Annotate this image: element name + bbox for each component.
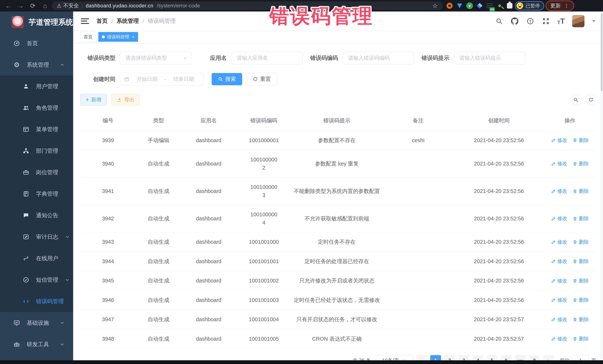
sidebar-item-online-user[interactable]: 在线用户 [0, 248, 73, 269]
page-button-6[interactable]: 6 [501, 355, 511, 360]
cell-created: 2021-04-20 23:52:56 [454, 252, 544, 271]
delete-row-button[interactable]: 删除 [573, 137, 589, 144]
sidebar-item-sms[interactable]: 短信管理 [0, 269, 73, 291]
sidebar-item-dict[interactable]: 字典管理 [0, 183, 73, 205]
edit-row-button[interactable]: 修改 [551, 238, 567, 246]
bookmark-star-icon[interactable]: ☆ [432, 2, 438, 9]
sidebar-item-home[interactable]: 首页 [0, 33, 73, 54]
edit-row-button[interactable]: 修改 [551, 187, 567, 195]
delete-row-button[interactable]: 删除 [573, 187, 589, 195]
search-button[interactable]: 搜索 [212, 73, 242, 85]
edit-row-button[interactable]: 修改 [551, 215, 567, 222]
edit-row-button[interactable]: 修改 [551, 258, 567, 265]
edit-row-button[interactable]: 修改 [551, 296, 567, 304]
delete-row-button[interactable]: 删除 [573, 238, 589, 246]
extension-key-icon[interactable] [496, 2, 503, 10]
forward-icon[interactable]: → [15, 1, 26, 10]
back-icon[interactable]: ← [3, 1, 14, 10]
page-button-3[interactable]: 3 [458, 355, 469, 360]
page-button-5[interactable]: 5 [487, 355, 498, 360]
close-tab-icon[interactable]: × [132, 34, 135, 39]
refresh-table-button[interactable] [586, 94, 596, 105]
sidebar-item-post[interactable]: 岗位管理 [0, 162, 73, 183]
extension-gem-icon[interactable] [456, 2, 463, 10]
start-date-placeholder[interactable]: 开始日期 [131, 76, 163, 83]
sidebar-item-role[interactable]: 角色管理 [0, 97, 73, 119]
browser-menu-icon[interactable]: ⋮ [564, 3, 569, 9]
sidebar-item-infra[interactable]: 基础设施 [0, 312, 73, 334]
export-button[interactable]: 导出 [112, 94, 140, 105]
help-icon[interactable]: ? [526, 17, 534, 25]
update-button[interactable]: 更新 ⋮ [546, 0, 574, 11]
prev-page-button[interactable]: ‹ [416, 355, 427, 360]
font-size-icon[interactable]: TT [557, 17, 565, 25]
sidebar-item-menu[interactable]: 菜单管理 [0, 119, 73, 140]
delete-row-button[interactable]: 删除 [573, 296, 589, 304]
security-warning[interactable]: ⚠ 不安全 [57, 2, 79, 9]
add-button-label: 新增 [91, 96, 101, 103]
delete-row-button[interactable]: 删除 [573, 258, 589, 265]
page-button-2[interactable]: 2 [444, 355, 455, 360]
scrollbar-track[interactable] [600, 11, 603, 360]
avatar-caret-icon[interactable] [592, 20, 596, 22]
extension-orange-icon[interactable] [446, 2, 453, 10]
github-icon[interactable] [510, 17, 519, 25]
page-button-4[interactable]: 4 [473, 355, 483, 360]
delete-row-button[interactable]: 删除 [573, 316, 589, 323]
toggle-search-button[interactable] [570, 94, 581, 105]
sidebar-item-user[interactable]: 用户管理 [0, 76, 73, 97]
breadcrumb-system[interactable]: 系统管理 [116, 17, 139, 25]
filter-label: 创建时间 [80, 76, 120, 83]
sidebar-item-notice[interactable]: 通知公告 [0, 205, 73, 226]
edit-row-button[interactable]: 修改 [551, 160, 567, 167]
sidebar-item-audit-log[interactable]: 审计日志 [0, 226, 73, 248]
error-code-input[interactable] [343, 52, 414, 64]
goto-page-input[interactable] [572, 355, 589, 360]
sidebar-item-label: 部门管理 [36, 147, 65, 155]
add-button[interactable]: + 新增 [80, 94, 107, 105]
hamburger-icon[interactable] [81, 18, 89, 25]
tab-error-code[interactable]: 错误码管理 × [98, 32, 138, 42]
extension-puzzle-icon[interactable] [506, 2, 513, 10]
profile-paused-badge[interactable]: 已暂停 [515, 1, 544, 10]
scrollbar-thumb[interactable] [601, 13, 603, 91]
sidebar-item-error-code[interactable]: 错误码管理 [0, 291, 73, 312]
delete-row-button[interactable]: 删除 [573, 335, 589, 343]
end-date-placeholder[interactable]: 结束日期 [168, 76, 200, 83]
sidebar-item-dept[interactable]: 部门管理 [0, 140, 73, 162]
home-icon[interactable]: ⌂ [40, 1, 50, 10]
tab-home[interactable]: 首页 [80, 32, 96, 42]
page-button-8[interactable]: 8 [529, 355, 540, 360]
date-range-picker[interactable]: 开始日期 - 结束日期 [120, 73, 204, 86]
delete-row-button[interactable]: 删除 [573, 215, 589, 222]
edit-row-button[interactable]: 修改 [551, 316, 567, 323]
reset-button[interactable]: 重置 [247, 73, 277, 85]
sidebar-item-dev-tools[interactable]: 研发工具 [0, 334, 73, 355]
fullscreen-icon[interactable] [542, 17, 550, 25]
edit-row-button[interactable]: 修改 [551, 277, 567, 285]
logo-row[interactable]: 芋道管理系统 [0, 11, 73, 33]
next-page-button[interactable]: › [543, 355, 554, 360]
cell-message: 参数配置 key 重复 [292, 154, 382, 174]
page-button-1[interactable]: 1 [430, 355, 441, 360]
error-message-input[interactable] [454, 52, 525, 64]
extension-green-icon[interactable]: v [466, 2, 473, 10]
reload-icon[interactable]: ⟳ [27, 1, 38, 10]
breadcrumb-home[interactable]: 首页 [96, 17, 108, 25]
address-bar[interactable]: ⚠ 不安全 dashboard.yudao.iocoder.cn/system/… [52, 1, 442, 10]
edit-row-button[interactable]: 修改 [551, 335, 567, 343]
user-avatar[interactable] [572, 15, 584, 27]
page-ellipsis[interactable]: ••• [515, 355, 526, 360]
delete-row-button[interactable]: 删除 [573, 160, 589, 167]
extension-grid-icon[interactable] [476, 2, 483, 10]
edit-row-button[interactable]: 修改 [551, 137, 567, 144]
app-name-input[interactable] [231, 52, 303, 64]
sidebar-item-system[interactable]: ⚙系统管理 [0, 54, 73, 76]
search-icon[interactable] [495, 17, 503, 25]
extension-list-icon[interactable]: on [486, 2, 493, 10]
delete-row-button[interactable]: 删除 [573, 277, 589, 285]
page-content: 错误码类型 应用名 错误码编码 [73, 43, 603, 360]
page-size-select[interactable]: 10条/页 [376, 355, 413, 360]
error-type-select[interactable] [120, 52, 191, 64]
table-header-row: 编号类型应用名错误码编码错误码提示备注创建时间操作 [80, 111, 596, 131]
